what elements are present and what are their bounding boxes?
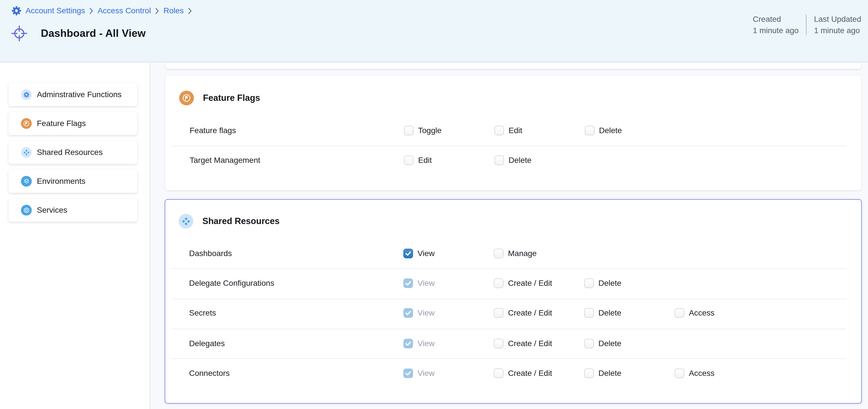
checkbox-label: Delete: [598, 369, 621, 378]
checkbox-label: View: [417, 249, 435, 258]
section-card-shared-resources: Shared Resources Dashboards View Manage …: [165, 199, 862, 404]
checkbox-toggle[interactable]: Toggle: [404, 126, 494, 135]
checkbox[interactable]: [403, 249, 413, 258]
sidebar-item-label: Adminstrative Functions: [37, 90, 122, 99]
checkbox-label: Manage: [508, 249, 537, 258]
checkbox: [403, 308, 413, 318]
checkbox-label: Create / Edit: [508, 308, 552, 317]
checkbox-label: Access: [689, 308, 714, 317]
section-header: Shared Resources: [179, 214, 280, 229]
permission-row-delegates: Delegates View Create / Edit Delete: [189, 337, 850, 350]
permission-row-delegate-configurations: Delegate Configurations View Create / Ed…: [189, 276, 850, 290]
checkbox-delete[interactable]: Delete: [585, 126, 675, 135]
role-meta: Created 1 minute ago Last Updated 1 minu…: [753, 13, 861, 36]
resource-sidebar: Adminstrative Functions Feature Flags Sh…: [0, 63, 150, 409]
checkbox-delete[interactable]: Delete: [584, 308, 675, 318]
checkbox-delete[interactable]: Delete: [584, 278, 675, 288]
checkbox-create-edit[interactable]: Create / Edit: [494, 369, 584, 378]
checkbox[interactable]: [494, 369, 503, 378]
checkbox[interactable]: [585, 126, 594, 135]
checkbox: [403, 278, 413, 288]
title-row: Dashboard - All View: [10, 24, 146, 42]
chevron-right-icon: [155, 7, 159, 15]
breadcrumb-access-control[interactable]: Access Control: [97, 6, 151, 15]
checkbox-label: Create / Edit: [508, 339, 552, 348]
checkbox-label: Delete: [599, 126, 622, 135]
checkbox-label: Edit: [508, 126, 522, 135]
permission-row-feature-flags: Feature flags Toggle Edit Delete: [190, 124, 850, 137]
checkbox-delete[interactable]: Delete: [584, 369, 675, 378]
checkbox[interactable]: [584, 339, 594, 348]
checkbox[interactable]: [584, 369, 594, 378]
meta-divider: [806, 15, 806, 35]
checkbox-manage[interactable]: Manage: [494, 249, 584, 258]
shared-resources-icon: [179, 214, 193, 229]
sidebar-item-shared-resources[interactable]: Shared Resources: [8, 141, 137, 164]
sidebar-item-label: Shared Resources: [37, 148, 103, 157]
checkbox-label: Delete: [598, 308, 621, 317]
checkbox-view[interactable]: View: [403, 249, 494, 258]
checkbox[interactable]: [584, 278, 594, 288]
checkbox-delete[interactable]: Delete: [584, 339, 675, 348]
services-icon: [21, 205, 32, 215]
checkbox-view[interactable]: View: [403, 278, 494, 288]
checkbox-label: Create / Edit: [508, 279, 552, 288]
permission-row-secrets: Secrets View Create / Edit Delete Access: [189, 306, 850, 320]
checkbox[interactable]: [494, 156, 504, 165]
checkbox-label: View: [417, 369, 435, 378]
checkbox[interactable]: [494, 249, 503, 258]
checkbox-access[interactable]: Access: [675, 308, 850, 318]
checkbox-label: Access: [689, 369, 714, 378]
checkbox[interactable]: [494, 126, 504, 135]
checkbox[interactable]: [404, 156, 413, 165]
breadcrumb-roles[interactable]: Roles: [163, 6, 184, 15]
checkbox[interactable]: [494, 278, 503, 288]
checkbox-label: View: [417, 308, 435, 317]
checkbox[interactable]: [675, 308, 684, 318]
environments-icon: [21, 176, 32, 186]
breadcrumb: Account Settings Access Control Roles: [11, 6, 192, 16]
scrolled-card-edge: [165, 63, 861, 69]
checkbox-edit[interactable]: Edit: [494, 126, 585, 135]
created-value: 1 minute ago: [753, 25, 799, 36]
row-divider: [172, 329, 846, 329]
checkbox-create-edit[interactable]: Create / Edit: [494, 278, 584, 288]
row-divider: [173, 145, 846, 146]
resource-label: Delegates: [189, 339, 403, 348]
checkbox-label: Delete: [598, 339, 621, 348]
row-divider: [172, 268, 846, 269]
sidebar-item-label: Services: [37, 206, 67, 215]
last-updated-block: Last Updated 1 minute ago: [814, 13, 861, 36]
sidebar-item-environments[interactable]: Environments: [8, 170, 137, 193]
sidebar-item-label: Feature Flags: [37, 119, 86, 128]
checkbox-label: Edit: [418, 156, 432, 165]
checkbox-label: View: [417, 279, 435, 288]
checkbox[interactable]: [584, 308, 594, 318]
sidebar-item-feature-flags[interactable]: Feature Flags: [8, 112, 137, 135]
checkbox-edit[interactable]: Edit: [404, 156, 494, 165]
checkbox-view[interactable]: View: [403, 369, 494, 378]
checkbox[interactable]: [404, 126, 413, 135]
section-title: Feature Flags: [203, 93, 260, 103]
resource-label: Target Management: [190, 156, 404, 165]
permissions-panel: Feature Flags Feature flags Toggle Edit …: [150, 63, 868, 409]
checkbox[interactable]: [494, 308, 503, 318]
checkbox[interactable]: [494, 339, 503, 348]
shared-resources-icon: [21, 147, 32, 158]
checkbox-create-edit[interactable]: Create / Edit: [494, 308, 584, 318]
checkbox[interactable]: [675, 369, 684, 378]
checkbox-delete[interactable]: Delete: [494, 156, 585, 165]
sidebar-item-services[interactable]: Services: [8, 199, 137, 222]
checkbox-create-edit[interactable]: Create / Edit: [494, 339, 584, 348]
breadcrumb-account-settings[interactable]: Account Settings: [26, 6, 85, 15]
resource-label: Connectors: [189, 369, 403, 378]
checkbox-view[interactable]: View: [403, 308, 494, 318]
page-header: Account Settings Access Control Roles Da…: [0, 0, 868, 62]
checkbox-view[interactable]: View: [403, 339, 494, 348]
checkbox-access[interactable]: Access: [675, 369, 850, 378]
chevron-right-icon: [188, 7, 192, 15]
sidebar-item-adminstrative-functions[interactable]: Adminstrative Functions: [8, 83, 137, 106]
checkbox: [403, 339, 413, 348]
checkbox-label: View: [417, 339, 435, 348]
checkbox-label: Delete: [598, 279, 621, 288]
